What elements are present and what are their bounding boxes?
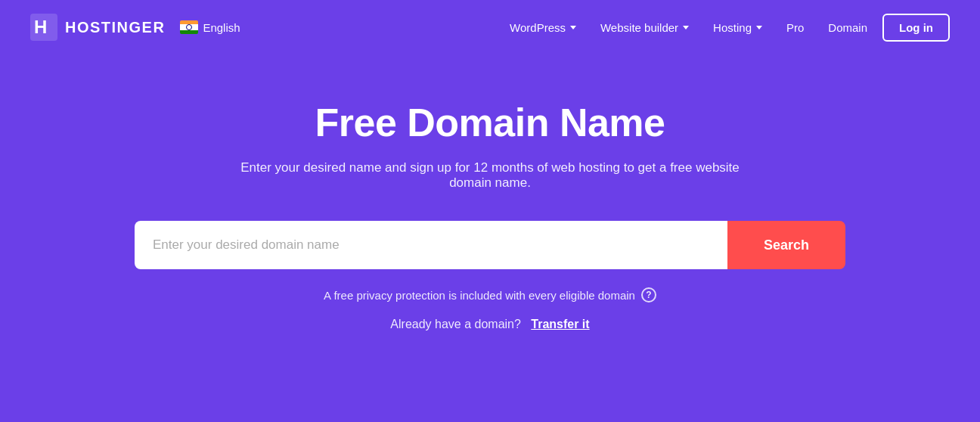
hostinger-logo-icon: H — [30, 14, 57, 41]
nav-hosting[interactable]: Hosting — [704, 15, 771, 40]
language-label: English — [203, 21, 240, 34]
transfer-prefix-text: Already have a domain? — [390, 318, 521, 330]
website-builder-label: Website builder — [600, 21, 678, 34]
page-subtitle: Enter your desired name and sign up for … — [233, 160, 747, 191]
domain-search-bar: Search — [135, 221, 845, 269]
privacy-note: A free privacy protection is included wi… — [324, 287, 656, 303]
website-builder-chevron-icon — [683, 26, 689, 29]
hosting-chevron-icon — [756, 26, 762, 29]
header-left: H HOSTINGER English — [30, 14, 240, 41]
wordpress-label: WordPress — [510, 21, 566, 34]
flag-stripe-mid — [180, 24, 198, 30]
logo-text: HOSTINGER — [65, 19, 165, 36]
nav-domain[interactable]: Domain — [819, 15, 876, 40]
privacy-note-text: A free privacy protection is included wi… — [324, 289, 635, 302]
search-button[interactable]: Search — [727, 221, 845, 269]
nav-website-builder[interactable]: Website builder — [591, 15, 698, 40]
language-selector[interactable]: English — [180, 20, 240, 34]
transfer-link[interactable]: Transfer it — [531, 318, 589, 330]
svg-text:H: H — [34, 17, 47, 37]
logo[interactable]: H HOSTINGER — [30, 14, 165, 41]
main-content: Free Domain Name Enter your desired name… — [0, 54, 980, 392]
wordpress-chevron-icon — [570, 26, 576, 29]
flag-stripe-bot — [180, 30, 198, 34]
page-title: Free Domain Name — [315, 100, 665, 145]
main-nav: WordPress Website builder Hosting Pro Do… — [501, 14, 950, 42]
hosting-label: Hosting — [713, 21, 752, 34]
login-button[interactable]: Log in — [882, 14, 950, 42]
nav-pro[interactable]: Pro — [777, 15, 813, 40]
site-header: H HOSTINGER English WordPress Website bu… — [0, 0, 980, 54]
pro-label: Pro — [786, 21, 804, 34]
nav-wordpress[interactable]: WordPress — [501, 15, 585, 40]
domain-search-input[interactable] — [135, 221, 727, 269]
chakra-icon — [186, 24, 192, 30]
privacy-question-icon[interactable]: ? — [641, 287, 656, 303]
india-flag-icon — [180, 20, 198, 34]
transfer-row: Already have a domain? Transfer it — [390, 318, 589, 331]
domain-label: Domain — [828, 21, 867, 34]
